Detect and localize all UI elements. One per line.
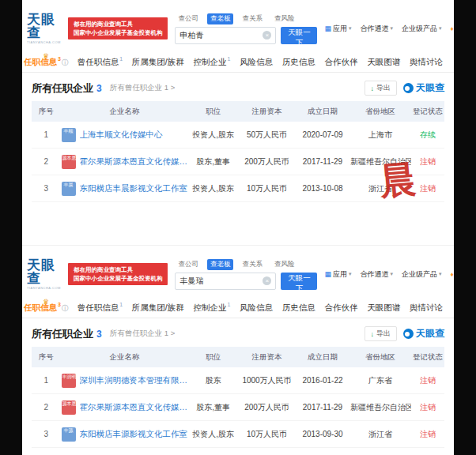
nav-tab-controlled-companies[interactable]: 控制企业1 [191, 302, 232, 314]
header-date: 成立日期 [296, 101, 349, 122]
tianyancha-panel-top: 天眼查 TIANYANCHA.COM 都在用的商业查询工具 国家中小企业发展子基… [22, 0, 454, 237]
company-logo-badge: 源本恩直 [62, 155, 76, 169]
menu-label: 应用 [333, 24, 347, 34]
search-tab-boss[interactable]: 查老板 [207, 259, 234, 270]
search-tab-company[interactable]: 查公司 [175, 259, 202, 270]
top-menu: ▦应用▾ 合作通道▾ 企业级产品▾ ♦开通会员▾ 超级风...▾ [324, 24, 454, 34]
row-capital: 1000万人民币 [238, 367, 296, 394]
brand-watermark: 天眼查 [403, 81, 444, 95]
nav-count: 1 [227, 56, 230, 62]
row-region: 浙江省 [349, 175, 411, 202]
search-tab-risk[interactable]: 查风险 [271, 13, 298, 24]
table-row: 2 源本恩直霍尔果斯源本恩直文化传媒有限公司 股东,董事 200万人民币 201… [32, 149, 444, 175]
vip-icon: ♦ [451, 25, 454, 32]
company-link[interactable]: 霍尔果斯源本恩直文化传媒有限公司 [80, 156, 188, 167]
nav-tab-partners[interactable]: 合作伙伴 [323, 303, 359, 314]
past-companies-link[interactable]: 所有曾任职企业 1 > [110, 83, 176, 93]
search-tab-relation[interactable]: 查关系 [239, 13, 266, 24]
table-row: 1 丰顺上海丰顺文化传媒中心 投资人,股东 50万人民币 2020-07-09 … [32, 122, 444, 149]
header-region: 省份地区 [349, 101, 411, 122]
company-link[interactable]: 上海丰顺文化传媒中心 [80, 130, 163, 141]
menu-cooperation[interactable]: 合作通道▾ [360, 269, 393, 280]
row-seq: 1 [32, 367, 61, 394]
export-button[interactable]: ↓导出 [365, 326, 398, 341]
table-row: 1 丰润明德深圳丰润明德资本管理有限公司 股东 1000万人民币 2016-01… [32, 367, 444, 394]
company-link[interactable]: 东阳横店丰晨影视文化工作室 [80, 183, 188, 194]
nav-tab-history-info[interactable]: 历史信息 [281, 303, 317, 314]
nav-tab-past-positions[interactable]: 曾任职信息1 [76, 56, 124, 68]
profile-nav: ♛ 任职信息3ⓘ 曾任职信息1 所属集团/族群 控制企业1 风险信息 历史信息 … [22, 298, 454, 318]
nav-tab-group[interactable]: 所属集团/族群 [130, 303, 186, 314]
brand-watermark: 天眼查 [403, 327, 444, 340]
nav-tab-public-opinion[interactable]: 舆情讨论 [408, 303, 444, 314]
header-region: 省份地区 [349, 347, 411, 367]
section-header: 所有任职企业 3 所有曾任职企业 1 > ↓导出 天眼查 [22, 73, 454, 101]
nav-tab-risk-info[interactable]: 风险信息 [238, 303, 274, 314]
brand-text: 天眼查 [416, 81, 444, 95]
company-link[interactable]: 东阳横店丰源影视文化工作室 [80, 429, 188, 440]
menu-label: 应用 [333, 269, 347, 280]
company-link[interactable]: 霍尔果斯源本恩直文化传媒有限公司 [80, 402, 188, 413]
logo-text: 天眼查 [27, 258, 61, 285]
row-seq: 1 [32, 122, 61, 149]
nav-label: 历史信息 [282, 303, 315, 312]
nav-tab-partners[interactable]: 合作伙伴 [323, 57, 359, 68]
row-region: 上海市 [349, 122, 411, 149]
search-tab-relation[interactable]: 查关系 [239, 259, 266, 270]
clear-icon[interactable]: × [263, 31, 271, 39]
row-position: 股东,董事 [188, 394, 238, 421]
row-region: 新疆维吾尔自治区 [349, 149, 411, 175]
menu-apps[interactable]: ▦应用▾ [324, 24, 351, 34]
menu-apps[interactable]: ▦应用▾ [324, 269, 351, 280]
nav-tab-risk-info[interactable]: 风险信息 [238, 57, 274, 68]
nav-tab-history-info[interactable]: 历史信息 [281, 57, 317, 68]
nav-label: 风险信息 [240, 57, 273, 66]
row-position: 投资人,股东 [188, 421, 238, 448]
download-icon: ↓ [371, 330, 375, 338]
menu-cooperation[interactable]: 合作通道▾ [360, 24, 393, 34]
nav-label: 风险信息 [240, 303, 273, 312]
search-value: 申柏青 [179, 30, 203, 41]
row-seq: 3 [32, 421, 61, 448]
row-date: 2013-10-08 [296, 175, 349, 202]
nav-label: 控制企业 [193, 303, 226, 312]
row-region: 广东省 [349, 367, 411, 394]
grid-icon: ▦ [324, 24, 331, 32]
row-date: 2013-09-30 [296, 421, 349, 448]
search-tab-company[interactable]: 查公司 [175, 13, 202, 24]
search-tab-risk[interactable]: 查风险 [271, 259, 298, 270]
export-button[interactable]: ↓导出 [365, 81, 398, 96]
search-input[interactable]: 丰曼瑞 × [175, 273, 276, 290]
row-capital: 200万人民币 [238, 394, 296, 421]
company-link[interactable]: 深圳丰润明德资本管理有限公司 [80, 375, 188, 386]
search-input[interactable]: 申柏青 × [175, 27, 276, 44]
search-button[interactable]: 天眼一下 [281, 273, 317, 290]
search-tab-boss[interactable]: 查老板 [207, 13, 234, 24]
nav-tab-public-opinion[interactable]: 舆情讨论 [408, 57, 444, 68]
table-row: 3 丰晨东阳横店丰晨影视文化工作室 投资人,股东 10万人民币 2013-10-… [32, 175, 444, 202]
nav-label: 任职信息 [24, 57, 57, 66]
menu-enterprise-products[interactable]: 企业级产品▾ [402, 24, 442, 34]
row-date: 2020-07-09 [296, 122, 349, 149]
table-header-row: 序号 企业名称 职位 注册资本 成立日期 省份地区 登记状态 [32, 347, 444, 367]
clear-icon[interactable]: × [263, 276, 271, 285]
tianyancha-logo[interactable]: 天眼查 TIANYANCHA.COM [27, 13, 61, 44]
row-position: 投资人,股东 [188, 122, 238, 149]
header-seq: 序号 [32, 347, 61, 367]
nav-tab-graph[interactable]: 天眼图谱 [365, 57, 402, 68]
status-badge: 存续 [420, 130, 436, 139]
nav-tab-controlled-companies[interactable]: 控制企业1 [191, 56, 232, 68]
menu-label: 合作通道 [360, 24, 388, 34]
menu-enterprise-products[interactable]: 企业级产品▾ [402, 269, 442, 280]
nav-tab-group[interactable]: 所属集团/族群 [130, 57, 186, 68]
past-companies-link[interactable]: 所有曾任职企业 1 > [110, 329, 176, 339]
company-logo-badge: 丰晨 [62, 182, 76, 196]
row-position: 股东,董事 [188, 149, 238, 175]
info-icon: ⓘ [62, 305, 68, 312]
search-button[interactable]: 天眼一下 [281, 27, 317, 44]
nav-tab-graph[interactable]: 天眼图谱 [365, 303, 402, 314]
nav-label: 合作伙伴 [324, 57, 357, 66]
status-badge: 注销 [420, 184, 436, 193]
tianyancha-logo[interactable]: 天眼查 TIANYANCHA.COM [27, 258, 61, 290]
nav-tab-past-positions[interactable]: 曾任职信息1 [76, 302, 124, 314]
